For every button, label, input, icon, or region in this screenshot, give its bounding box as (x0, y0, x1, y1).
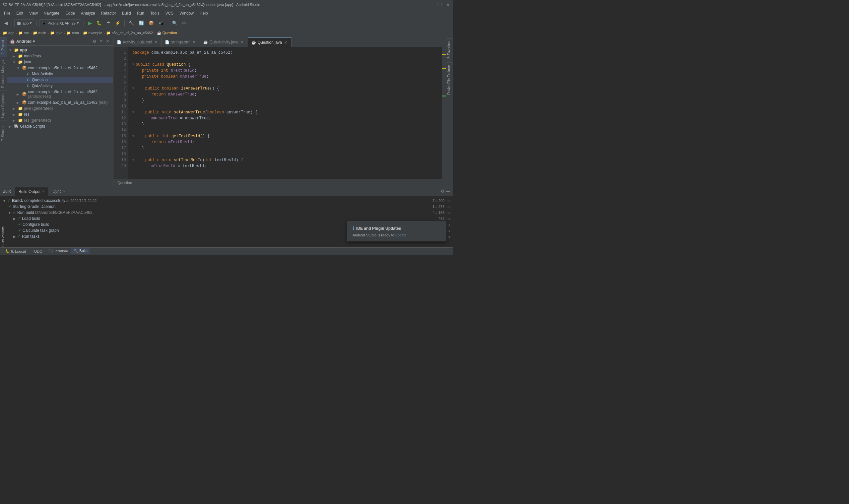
tree-item-manifests[interactable]: ▶ 📁 manifests (7, 53, 113, 59)
structure-button[interactable]: 7: Structure (0, 121, 7, 144)
resource-manager-button[interactable]: Resource Manager (0, 57, 7, 91)
check-icon-load: ✓ (17, 216, 21, 221)
tree-item-gradle[interactable]: ▶ 🐘 Gradle Scripts (7, 123, 113, 129)
notification-popup: ℹ IDE and Plugin Updates Android Studio … (347, 221, 446, 241)
breadcrumb-src[interactable]: 📁 src (18, 31, 29, 35)
tab-close-activity-quiz[interactable]: ✕ (153, 40, 158, 44)
tree-item-java[interactable]: ▼ 📁 java (7, 59, 113, 65)
terminal-tab[interactable]: ⬛ Terminal (46, 248, 70, 254)
breadcrumb-app[interactable]: 📁 app (3, 31, 14, 35)
tree-item-quizactivity[interactable]: ▶ C QuizActivity (7, 83, 113, 89)
fold-arrow-3[interactable]: ▼ (132, 62, 134, 68)
minimize-button[interactable]: — (429, 2, 433, 7)
build-item-load-build[interactable]: ▶ ✓ Load build 468 ms (0, 216, 453, 221)
tree-item-test[interactable]: ▶ 📦 com.example.a5c_ba_ef_2a_aa_c5462 (t… (7, 100, 113, 105)
expand-icon-run-build[interactable]: ▼ (8, 211, 11, 215)
app-dropdown[interactable]: 🤖 app ▾ (14, 19, 34, 27)
menu-item-analyze[interactable]: Analyze (78, 10, 98, 16)
build-minimize-button[interactable]: — (446, 189, 450, 194)
sync-tab[interactable]: Sync ✕ (50, 187, 69, 196)
breadcrumb-com[interactable]: 📁 com (66, 31, 79, 35)
tab-activity-quiz-xml[interactable]: 📄 activity_quiz.xml ✕ (113, 37, 162, 47)
code-content[interactable]: package com.example.a5c_ba_ef_2a_aa_c546… (128, 47, 442, 179)
maximize-button[interactable]: ❐ (437, 2, 442, 7)
menu-item-build[interactable]: Build (120, 10, 134, 16)
fold-arrow-11[interactable]: ▼ (132, 109, 134, 115)
code-line-6 (132, 79, 438, 86)
tab-close-quizactivity[interactable]: ✕ (240, 40, 245, 44)
tab-strings-xml[interactable]: 📄 strings.xml ✕ (162, 37, 200, 47)
expand-arrow-androidtest: ▶ (17, 92, 21, 96)
menu-item-navigate[interactable]: Navigate (41, 10, 62, 16)
menu-item-code[interactable]: Code (63, 10, 78, 16)
device-dropdown[interactable]: 📱 Pixel 2 XL API 29 ▾ (39, 19, 81, 27)
fold-arrow-15[interactable]: ▼ (132, 133, 134, 139)
expand-icon-run-tasks[interactable]: ▶ (13, 235, 16, 238)
tree-item-androidtest[interactable]: ▶ 📦 com.example.a5c_ba_ef_2a_aa_c5462 (a… (7, 89, 113, 100)
gutter-mark-1 (442, 54, 446, 55)
back-button[interactable]: ◀ (3, 20, 9, 26)
menu-item-window[interactable]: Window (177, 10, 196, 16)
captures-button[interactable]: Layout Captures (0, 91, 7, 120)
menu-item-tools[interactable]: Tools (148, 10, 162, 16)
sync-close[interactable]: ✕ (63, 189, 66, 193)
menu-item-run[interactable]: Run (134, 10, 147, 16)
fold-arrow-19[interactable]: ▼ (132, 157, 134, 163)
breadcrumb-main[interactable]: 📁 main (33, 31, 47, 35)
sdk-button[interactable]: 📦 (147, 20, 156, 26)
settings-button[interactable]: ⚙ (180, 20, 188, 26)
fold-arrow-7[interactable]: ▼ (132, 86, 134, 91)
search-button[interactable]: 🔍 (170, 20, 179, 26)
tree-item-res[interactable]: ▶ 📁 res (7, 111, 113, 118)
folder-icon-manifests: 📁 (18, 54, 23, 58)
menu-item-refactor[interactable]: Refactor (98, 10, 119, 16)
build-item-run-build[interactable]: ▼ ✓ Run build D:\Android\5CBAEF2AAAC5462… (0, 210, 453, 216)
tree-item-app[interactable]: ▼ 📁 app (7, 47, 113, 53)
project-settings-button[interactable]: ⚙ (92, 38, 97, 44)
favorites-button[interactable]: 2: Favorites (446, 38, 453, 61)
menu-item-file[interactable]: File (1, 10, 13, 16)
notification-link[interactable]: update (395, 233, 407, 237)
build-button[interactable]: 🔨 (127, 20, 136, 26)
breadcrumb-example[interactable]: 📁 example (83, 31, 103, 35)
build-output-close[interactable]: ✕ (42, 190, 44, 193)
tab-close-strings[interactable]: ✕ (192, 40, 196, 44)
tree-item-mainactivity[interactable]: ▶ C MainActivity (7, 71, 113, 77)
run-button[interactable]: ▶ (86, 19, 93, 27)
menu-item-vcs[interactable]: VCS (163, 10, 177, 16)
tree-item-res-generated[interactable]: ▶ 📁 res (generated) (7, 118, 113, 123)
avd-button[interactable]: 📲 (157, 20, 165, 26)
tab-question-java[interactable]: ☕ Question.java ✕ (248, 37, 291, 47)
coverage-button[interactable]: ☂ (105, 20, 112, 26)
expand-arrow-app: ▼ (8, 49, 13, 52)
breadcrumb-class[interactable]: ☕ Question (157, 31, 177, 35)
build-variants-button[interactable]: Build Variants (0, 226, 6, 247)
debug-button[interactable]: 🐛 (95, 20, 104, 26)
todo-tab[interactable]: TODO (29, 249, 45, 254)
build-settings-button[interactable]: ⚙ (441, 189, 445, 194)
sync-button[interactable]: 🔄 (137, 20, 146, 26)
breadcrumb-java[interactable]: 📁 java (50, 31, 62, 35)
menu-item-help[interactable]: Help (197, 10, 211, 16)
build-item-gradle-daemon[interactable]: ✓ Starting Gradle Daemon 1 s 275 ms (0, 203, 453, 210)
device-file-explorer-button[interactable]: Device File Explorer (446, 62, 453, 97)
logcat-tab[interactable]: 🐛 6: Logcat (3, 248, 29, 254)
build-tab-bottom[interactable]: 🔨 Build (71, 248, 90, 254)
breadcrumb-package[interactable]: 📁 a5c_ba_ef_2a_aa_c5462 (106, 31, 153, 35)
build-item-completed[interactable]: ▼ ✓ Build: completed successfully at 202… (0, 198, 453, 203)
menu-item-edit[interactable]: Edit (14, 10, 26, 16)
expand-icon-load[interactable]: ▶ (13, 217, 16, 220)
project-hide-button[interactable]: ✕ (105, 38, 110, 44)
tree-item-java-generated[interactable]: ▶ 📁 java (generated) (7, 105, 113, 111)
close-button[interactable]: ✕ (446, 2, 450, 7)
profile-button[interactable]: ⚡ (113, 20, 122, 26)
project-panel-button[interactable]: 1: Project (0, 37, 7, 57)
expand-icon-completed[interactable]: ▼ (3, 199, 6, 203)
tree-item-question[interactable]: ▶ C Question (7, 77, 113, 83)
tab-quizactivity-java[interactable]: ☕ QuizActivity.java ✕ (200, 37, 248, 47)
menu-item-view[interactable]: View (26, 10, 40, 16)
tab-close-question[interactable]: ✕ (284, 40, 288, 45)
project-collapse-button[interactable]: ≡ (99, 38, 104, 44)
tree-item-package[interactable]: ▼ 📦 com.example.a5c_ba_ef_2a_aa_c5462 (7, 65, 113, 71)
build-output-tab[interactable]: Build Output ✕ (15, 187, 48, 196)
